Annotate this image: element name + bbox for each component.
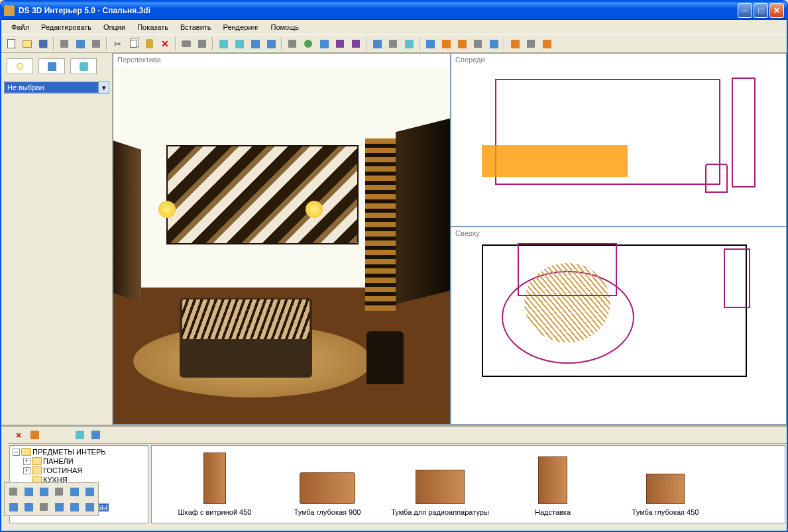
catalog-item-1[interactable]: Тумба глубокая 900: [278, 452, 377, 516]
window-title: DS 3D Интерьер 5.0 - Спальня.3di: [19, 6, 738, 15]
viewport-perspective[interactable]: Перспектива: [113, 53, 451, 425]
toolbar-layout[interactable]: [264, 36, 278, 51]
menu-file[interactable]: Файл: [7, 21, 34, 33]
toolbar-new[interactable]: [4, 36, 19, 51]
tool-select[interactable]: [6, 484, 21, 499]
toolbar-cut[interactable]: ✂: [110, 36, 125, 51]
toolbar-light2[interactable]: [333, 36, 347, 51]
maximize-button[interactable]: □: [754, 3, 768, 18]
toolbar-paste[interactable]: [142, 36, 156, 51]
app-icon: [4, 5, 15, 16]
folder-icon: [21, 448, 31, 456]
btab-view1[interactable]: [73, 429, 86, 442]
tool-move[interactable]: [21, 484, 36, 499]
catalog-label: Тумба глубокая 450: [632, 508, 699, 516]
tool-orbit[interactable]: [36, 500, 51, 514]
toolbar-copy[interactable]: [126, 36, 141, 51]
tool-undo[interactable]: [6, 500, 21, 514]
toolbar-wall1[interactable]: [508, 36, 522, 51]
btab-view2[interactable]: [89, 429, 102, 442]
catalog-item-0[interactable]: Шкаф с витриной 450: [165, 452, 264, 516]
toolbar-texture[interactable]: [285, 36, 300, 51]
toolbar-import[interactable]: [57, 36, 72, 51]
top-view-scene: [455, 239, 782, 420]
folder-icon: [32, 466, 42, 474]
folder-icon: [32, 457, 42, 465]
panel-tab-room[interactable]: [38, 58, 65, 74]
catalog-item-4[interactable]: Тумба глубокая 450: [616, 452, 715, 516]
toolbar-preview[interactable]: [195, 36, 209, 51]
btab-up[interactable]: [28, 429, 41, 442]
catalog-label: Надставка: [535, 508, 571, 516]
viewport-label-front: Спереди: [451, 54, 489, 66]
left-panel: Не выбран ▾: [1, 53, 113, 425]
render-3d-scene: [113, 66, 450, 424]
tool-zoomin[interactable]: [67, 500, 82, 514]
toolbar-shape4[interactable]: [471, 36, 485, 51]
catalog-item-2[interactable]: Тумба для радиоаппаратуры: [390, 452, 490, 516]
toolbar-shape3[interactable]: [455, 36, 469, 51]
menu-help[interactable]: Помощь: [266, 21, 304, 33]
toolbar-wall3[interactable]: [539, 36, 554, 51]
menu-edit[interactable]: Редактировать: [36, 21, 96, 33]
viewport-label-top: Сверху: [451, 227, 484, 239]
tree-item-living[interactable]: +ГОСТИНАЯ: [22, 466, 146, 475]
toolbar-export[interactable]: [73, 36, 87, 51]
toolbar-shape5[interactable]: [486, 36, 501, 51]
tree-item-panels[interactable]: +ПАНЕЛИ: [22, 456, 146, 466]
menu-show[interactable]: Показать: [133, 21, 173, 33]
tool-rotate[interactable]: [36, 484, 51, 499]
viewport-front[interactable]: Спереди: [451, 53, 787, 227]
toolbar-open[interactable]: [20, 36, 34, 51]
panel-tab-light[interactable]: [7, 58, 33, 74]
view-toolbox: [4, 482, 99, 516]
menu-rendering[interactable]: Рендеринг: [219, 21, 264, 33]
tool-pan[interactable]: [52, 484, 66, 499]
toolbar-wall2[interactable]: [524, 36, 538, 51]
viewport-label-perspective: Перспектива: [113, 54, 165, 66]
toolbar-shape1[interactable]: [423, 36, 437, 51]
toolbar-material2[interactable]: [232, 36, 247, 51]
selection-combo[interactable]: Не выбран ▾: [4, 81, 109, 94]
minimize-button[interactable]: ─: [738, 3, 752, 18]
viewport-top[interactable]: Сверху: [451, 227, 787, 425]
btab-close[interactable]: ×: [12, 429, 25, 442]
menubar: Файл Редактировать Опции Показать Встави…: [1, 20, 787, 34]
catalog-item-3[interactable]: Надставка: [503, 452, 602, 516]
window-titlebar: DS 3D Интерьер 5.0 - Спальня.3di ─ □ ✕: [1, 1, 787, 20]
toolbar-material3[interactable]: [248, 36, 262, 51]
tool-redo[interactable]: [21, 500, 36, 514]
chevron-down-icon[interactable]: ▾: [98, 81, 109, 93]
toolbar-render[interactable]: [402, 36, 416, 51]
toolbar-light1[interactable]: [317, 36, 331, 51]
catalog-label: Тумба глубокая 900: [294, 508, 361, 516]
catalog-label: Тумба для радиоаппаратуры: [391, 508, 489, 516]
close-button[interactable]: ✕: [769, 3, 784, 18]
toolbar-delete[interactable]: ✕: [158, 36, 172, 51]
toolbar-save[interactable]: [36, 36, 50, 51]
tree-root[interactable]: − ПРЕДМЕТЫ ИНТЕРЬ: [11, 447, 146, 456]
catalog-panel: Шкаф с витриной 450 Тумба глубокая 900 Т…: [151, 445, 785, 523]
toolbar-print[interactable]: [179, 36, 194, 51]
tool-zoomfit[interactable]: [82, 484, 97, 499]
bottom-tabbar: ×: [8, 427, 787, 444]
front-view-scene: [455, 66, 782, 222]
panel-tab-object[interactable]: [70, 58, 97, 74]
tool-zoomout[interactable]: [82, 500, 97, 514]
tool-walk[interactable]: [52, 500, 66, 514]
catalog-label: Шкаф с витриной 450: [178, 508, 252, 516]
main-toolbar: ✂ ✕: [1, 34, 787, 53]
menu-options[interactable]: Опции: [99, 21, 130, 33]
toolbar-shape2[interactable]: [439, 36, 453, 51]
toolbar-light3[interactable]: [349, 36, 363, 51]
tool-zoom[interactable]: [67, 484, 82, 499]
toolbar-camera[interactable]: [386, 36, 400, 51]
toolbar-grid[interactable]: [370, 36, 384, 51]
menu-insert[interactable]: Вставить: [176, 21, 216, 33]
toolbar-doc[interactable]: [89, 36, 103, 51]
toolbar-material1[interactable]: [216, 36, 231, 51]
combo-value: Не выбран: [5, 82, 98, 93]
toolbar-color[interactable]: [301, 36, 315, 51]
